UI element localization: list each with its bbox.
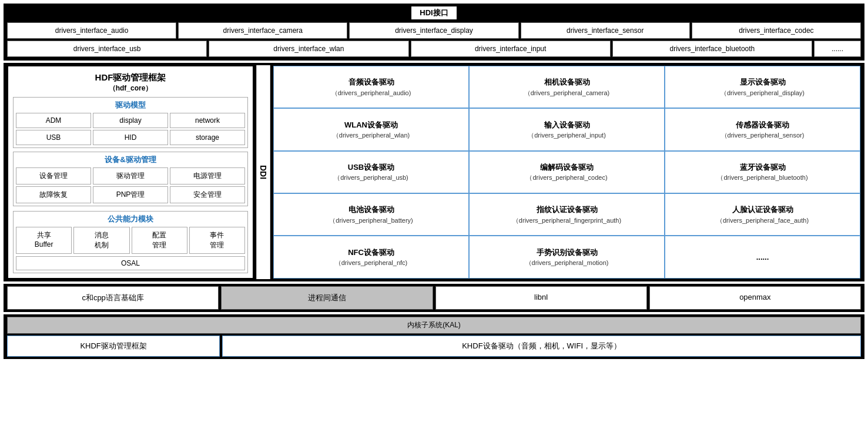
dm-cell-5: storage bbox=[170, 130, 245, 145]
public-grid: 共享 Buffer 消息 机制 配置 管理 事件 管理 bbox=[16, 227, 245, 254]
driver-main-10: 指纹认证设备驱动 bbox=[537, 204, 598, 216]
driver-cell-9: 电池设备驱动 （drivers_peripheral_battery) bbox=[273, 193, 469, 236]
driver-sub-3: （drivers_peripheral_wlan) bbox=[333, 130, 410, 140]
interface-sensor: drivers_interface_sensor bbox=[521, 22, 690, 39]
driver-sub-12: （drivers_peripheral_nfc) bbox=[335, 258, 408, 268]
driver-sub-9: （drivers_peripheral_battery) bbox=[329, 216, 413, 226]
driver-main-13: 手势识别设备驱动 bbox=[537, 247, 598, 259]
driver-sub-7: （drivers_peripheral_codec) bbox=[526, 173, 607, 183]
interface-audio: drivers_interface_audio bbox=[7, 22, 176, 39]
khdf-label: KHDF驱动管理框架 bbox=[7, 336, 220, 357]
interface-codec: drivers_interface_codec bbox=[692, 22, 861, 39]
hdf-title: HDF驱动管理框架 bbox=[13, 71, 248, 83]
driver-main-3: WLAN设备驱动 bbox=[344, 119, 398, 131]
interface-camera: drivers_interface_camera bbox=[178, 22, 347, 39]
libs-row: c和cpp语言基础库 进程间通信 libnl openmax bbox=[7, 286, 861, 310]
driver-sub-6: （drivers_peripheral_usb) bbox=[334, 173, 408, 183]
driver-cell-2: 显示设备驱动 （drivers_peripheral_display) bbox=[665, 66, 860, 108]
driver-cell-4: 输入设备驱动 （drivers_peripheral_input) bbox=[469, 108, 665, 150]
device-mgmt-section: 设备&驱动管理 设备管理 驱动管理 电源管理 故障恢复 PNP管理 安全管理 bbox=[13, 152, 248, 206]
driver-sub-0: （drivers_peripheral_audio) bbox=[331, 88, 411, 98]
driver-main-0: 音频设备驱动 bbox=[348, 76, 394, 88]
public-module-section: 公共能力模块 共享 Buffer 消息 机制 配置 管理 事件 管理 OSAL bbox=[13, 211, 248, 273]
hdf-panel: HDF驱动管理框架 （hdf_core） 驱动模型 ADM display ne… bbox=[7, 65, 254, 279]
driver-cell-7: 编解码设备驱动 （drivers_peripheral_codec) bbox=[469, 151, 665, 193]
driver-cell-8: 蓝牙设备驱动 （drivers_peripheral_bluetooth) bbox=[665, 151, 860, 193]
driver-main-14: ...... bbox=[756, 251, 769, 263]
driver-main-5: 传感器设备驱动 bbox=[736, 119, 789, 131]
driver-sub-4: （drivers_peripheral_input) bbox=[528, 130, 606, 140]
dm-cell-3: USB bbox=[16, 130, 91, 145]
driver-sub-2: （drivers_peripheral_display) bbox=[720, 88, 805, 98]
hdi-title-row: HDI接口 bbox=[7, 6, 861, 20]
dev-cell-0: 设备管理 bbox=[16, 167, 91, 185]
driver-cell-13: 手势识别设备驱动 （drivers_peripheral_motion) bbox=[469, 236, 665, 278]
driver-main-8: 蓝牙设备驱动 bbox=[740, 162, 786, 173]
driver-cell-5: 传感器设备驱动 （drivers_peripheral_sensor) bbox=[665, 108, 860, 150]
driver-main-11: 人脸认证设备驱动 bbox=[732, 204, 793, 216]
driver-sub-11: （drivers_peripheral_face_auth) bbox=[716, 216, 809, 226]
middle-section: HDF驱动管理框架 （hdf_core） 驱动模型 ADM display ne… bbox=[4, 63, 864, 281]
lib-0: c和cpp语言基础库 bbox=[7, 286, 219, 310]
driver-cell-3: WLAN设备驱动 （drivers_peripheral_wlan) bbox=[273, 108, 469, 150]
driver-main-2: 显示设备驱动 bbox=[740, 76, 786, 88]
pub-cell-0: 共享 Buffer bbox=[16, 227, 72, 254]
kernel-title: 内核子系统(KAL) bbox=[7, 317, 861, 334]
driver-main-12: NFC设备驱动 bbox=[348, 247, 394, 259]
public-module-title: 公共能力模块 bbox=[16, 214, 245, 224]
kernel-section: 内核子系统(KAL) KHDF驱动管理框架 KHDF设备驱动（音频，相机，WIF… bbox=[4, 314, 864, 359]
driver-sub-10: （drivers_peripheral_fingerprint_auth) bbox=[512, 216, 621, 226]
dm-cell-1: display bbox=[93, 113, 168, 128]
dev-cell-1: 驱动管理 bbox=[93, 167, 168, 185]
interface-input: drivers_interface_input bbox=[411, 41, 611, 57]
driver-model-grid: ADM display network USB HID storage bbox=[16, 113, 245, 145]
interface-wlan: drivers_interface_wlan bbox=[209, 41, 408, 57]
device-mgmt-title: 设备&驱动管理 bbox=[16, 155, 245, 165]
lib-2: libnl bbox=[435, 286, 647, 310]
hdi-row1: drivers_interface_audio drivers_interfac… bbox=[7, 22, 861, 39]
driver-cell-14: ...... bbox=[665, 236, 860, 278]
driver-cell-10: 指纹认证设备驱动 （drivers_peripheral_fingerprint… bbox=[469, 193, 665, 236]
libs-section: c和cpp语言基础库 进程间通信 libnl openmax bbox=[4, 284, 864, 312]
interface-more: ...... bbox=[814, 41, 861, 57]
pub-cell-2: 配置 管理 bbox=[132, 227, 187, 254]
hdi-section: HDI接口 drivers_interface_audio drivers_in… bbox=[4, 4, 864, 61]
driver-sub-5: （drivers_peripheral_sensor) bbox=[721, 130, 805, 140]
pub-cell-3: 事件 管理 bbox=[189, 227, 245, 254]
dev-cell-2: 电源管理 bbox=[170, 167, 245, 185]
driver-cell-0: 音频设备驱动 （drivers_peripheral_audio) bbox=[273, 66, 469, 108]
interface-usb: drivers_interface_usb bbox=[7, 41, 207, 57]
driver-cell-1: 相机设备驱动 （drivers_peripheral_camera) bbox=[469, 66, 665, 108]
dm-cell-4: HID bbox=[93, 130, 168, 145]
driver-cell-6: USB设备驱动 （drivers_peripheral_usb) bbox=[273, 151, 469, 193]
driver-main-7: 编解码设备驱动 bbox=[540, 162, 594, 173]
driver-sub-1: （drivers_peripheral_camera) bbox=[524, 88, 610, 98]
driver-model-section: 驱动模型 ADM display network USB HID storage bbox=[13, 97, 248, 148]
dev-cell-5: 安全管理 bbox=[170, 186, 245, 203]
lib-3: openmax bbox=[649, 286, 861, 310]
interface-bluetooth: drivers_interface_bluetooth bbox=[612, 41, 812, 57]
driver-main-6: USB设备驱动 bbox=[348, 162, 394, 173]
driver-main-1: 相机设备驱动 bbox=[544, 76, 590, 88]
driver-sub-13: （drivers_peripheral_motion) bbox=[525, 258, 609, 268]
dev-cell-3: 故障恢复 bbox=[16, 186, 91, 203]
drivers-panel: 音频设备驱动 （drivers_peripheral_audio) 相机设备驱动… bbox=[273, 65, 861, 279]
dm-cell-2: network bbox=[170, 113, 245, 128]
ddi-label: DDI bbox=[256, 65, 270, 279]
interface-display: drivers_interface_display bbox=[349, 22, 518, 39]
driver-main-9: 电池设备驱动 bbox=[348, 204, 394, 216]
kdev-label: KHDF设备驱动（音频，相机，WIFI，显示等） bbox=[222, 336, 861, 357]
lib-1: 进程间通信 bbox=[221, 286, 433, 310]
main-wrapper: HDI接口 drivers_interface_audio drivers_in… bbox=[0, 0, 868, 436]
hdf-subtitle: （hdf_core） bbox=[13, 83, 248, 93]
osal-box: OSAL bbox=[16, 256, 245, 270]
device-mgmt-grid: 设备管理 驱动管理 电源管理 故障恢复 PNP管理 安全管理 bbox=[16, 167, 245, 203]
hdi-title: HDI接口 bbox=[411, 6, 457, 20]
pub-cell-1: 消息 机制 bbox=[73, 227, 129, 254]
dm-cell-0: ADM bbox=[16, 113, 91, 128]
driver-main-4: 输入设备驱动 bbox=[544, 119, 590, 131]
driver-cell-12: NFC设备驱动 （drivers_peripheral_nfc) bbox=[273, 236, 469, 278]
driver-cell-11: 人脸认证设备驱动 （drivers_peripheral_face_auth) bbox=[665, 193, 860, 236]
dev-cell-4: PNP管理 bbox=[93, 186, 168, 203]
driver-model-title: 驱动模型 bbox=[16, 100, 245, 110]
